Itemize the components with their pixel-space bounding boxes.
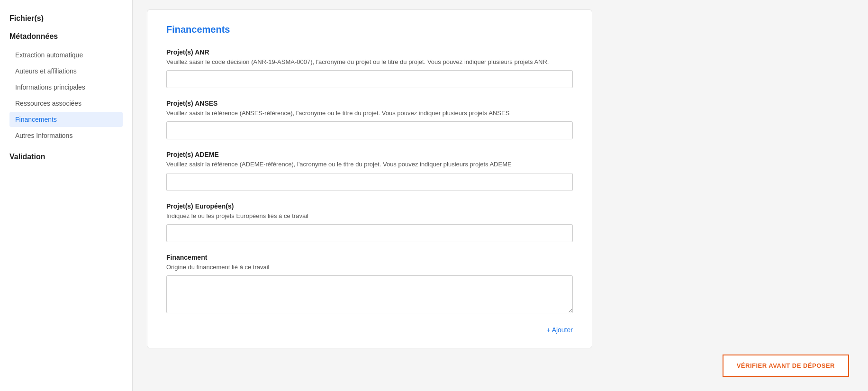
field-description-anr: Veuillez saisir le code décision (ANR-19… bbox=[166, 58, 573, 66]
add-link-container: + Ajouter bbox=[166, 326, 573, 334]
card-title: Financements bbox=[166, 24, 573, 35]
anses-input[interactable] bbox=[166, 121, 573, 139]
field-label-anr: Projet(s) ANR bbox=[166, 48, 573, 56]
field-label-europeen: Projet(s) Européen(s) bbox=[166, 202, 573, 210]
field-label-anses: Projet(s) ANSES bbox=[166, 100, 573, 107]
sidebar: Fichier(s) Métadonnées Extraction automa… bbox=[0, 0, 133, 391]
field-label-ademe: Projet(s) ADEME bbox=[166, 151, 573, 158]
anr-input[interactable] bbox=[166, 70, 573, 88]
verify-button-container: VÉRIFIER AVANT DE DÉPOSER bbox=[723, 355, 849, 377]
field-group-anses: Projet(s) ANSES Veuillez saisir la référ… bbox=[166, 100, 573, 139]
add-button[interactable]: + Ajouter bbox=[546, 326, 573, 334]
sidebar-item-autres[interactable]: Autres Informations bbox=[9, 128, 123, 143]
field-description-financement: Origine du financement lié à ce travail bbox=[166, 263, 573, 272]
ademe-input[interactable] bbox=[166, 173, 573, 191]
sidebar-section-validation: Validation bbox=[9, 153, 123, 161]
sidebar-item-financements[interactable]: Financements bbox=[9, 112, 123, 127]
europeen-input[interactable] bbox=[166, 224, 573, 242]
financement-textarea[interactable] bbox=[166, 275, 573, 313]
field-group-ademe: Projet(s) ADEME Veuillez saisir la référ… bbox=[166, 151, 573, 191]
field-description-europeen: Indiquez le ou les projets Européens lié… bbox=[166, 212, 573, 220]
main-content: Financements Projet(s) ANR Veuillez sais… bbox=[133, 0, 868, 391]
field-group-europeen: Projet(s) Européen(s) Indiquez le ou les… bbox=[166, 202, 573, 242]
field-label-financement: Financement bbox=[166, 254, 573, 261]
sidebar-item-informations[interactable]: Informations principales bbox=[9, 80, 123, 95]
field-description-anses: Veuillez saisir la référence (ANSES-réfé… bbox=[166, 109, 573, 118]
sidebar-item-auteurs[interactable]: Auteurs et affiliations bbox=[9, 64, 123, 79]
field-group-anr: Projet(s) ANR Veuillez saisir le code dé… bbox=[166, 48, 573, 88]
verify-button[interactable]: VÉRIFIER AVANT DE DÉPOSER bbox=[723, 355, 849, 377]
financements-card: Financements Projet(s) ANR Veuillez sais… bbox=[147, 9, 592, 348]
sidebar-item-ressources[interactable]: Ressources associées bbox=[9, 96, 123, 111]
field-description-ademe: Veuillez saisir la référence (ADEME-réfé… bbox=[166, 160, 573, 169]
sidebar-section-fichiers: Fichier(s) bbox=[9, 14, 123, 23]
field-group-financement: Financement Origine du financement lié à… bbox=[166, 254, 573, 315]
sidebar-section-metadonnees: Métadonnées bbox=[9, 32, 123, 41]
sidebar-item-extraction[interactable]: Extraction automatique bbox=[9, 47, 123, 63]
